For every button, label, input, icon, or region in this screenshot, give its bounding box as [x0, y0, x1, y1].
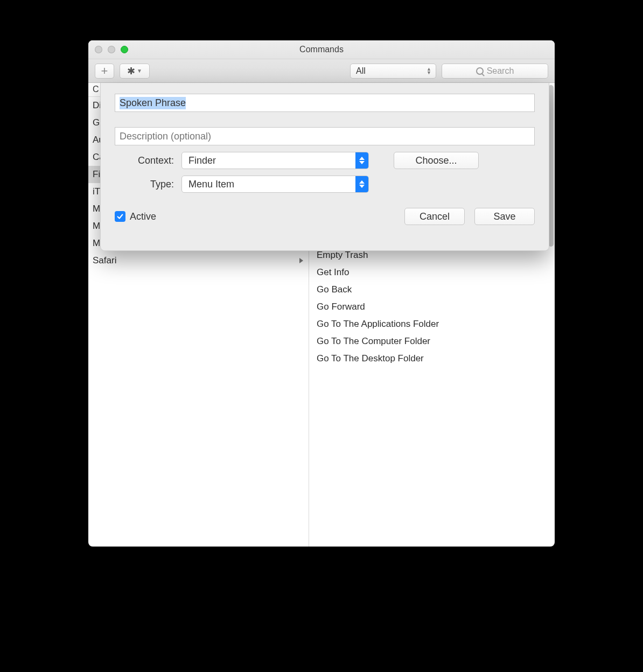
stepper-icon: ▲▼ [427, 67, 431, 75]
command-row[interactable]: Go To The Desktop Folder [309, 350, 555, 367]
toolbar: + ✱ ▼ All ▲▼ Search [88, 59, 555, 83]
active-label: Active [130, 211, 156, 222]
command-row[interactable]: Go Forward [309, 298, 555, 316]
check-icon [116, 213, 124, 220]
chevron-right-icon [299, 258, 303, 263]
search-icon [476, 67, 484, 75]
filter-select[interactable]: All ▲▼ [350, 64, 436, 79]
action-menu-button[interactable]: ✱ ▼ [120, 64, 150, 79]
chevron-down-icon: ▼ [137, 68, 142, 74]
zoom-window-button[interactable] [121, 46, 128, 53]
window-controls [95, 46, 128, 53]
type-label: Type: [115, 179, 174, 190]
category-label: Fi [93, 169, 100, 180]
window-title: Commands [88, 45, 555, 54]
search-placeholder: Search [487, 66, 514, 76]
command-row[interactable]: Go To The Applications Folder [309, 316, 555, 333]
description-input[interactable] [115, 127, 535, 145]
choose-button[interactable]: Choose... [394, 152, 479, 169]
spoken-phrase-input[interactable]: Spoken Phrase [115, 94, 535, 112]
context-select[interactable]: Finder [181, 152, 369, 169]
close-window-button[interactable] [95, 46, 102, 53]
category-row[interactable]: Safari [88, 252, 309, 269]
context-select-value: Finder [188, 155, 216, 166]
select-arrows-icon [355, 176, 368, 193]
filter-select-value: All [356, 66, 366, 76]
search-input[interactable]: Search [442, 64, 548, 79]
plus-icon: + [101, 64, 108, 78]
minimize-window-button[interactable] [108, 46, 115, 53]
spoken-phrase-value: Spoken Phrase [120, 97, 186, 109]
type-select[interactable]: Menu Item [181, 176, 369, 193]
command-row[interactable]: Go Back [309, 281, 555, 298]
active-checkbox-row: Active [115, 211, 156, 222]
category-label: M [93, 221, 100, 232]
titlebar: Commands [88, 40, 555, 59]
commands-window: Commands + ✱ ▼ All ▲▼ Search C DiGlAuCaF… [88, 40, 555, 547]
cancel-button[interactable]: Cancel [404, 208, 465, 225]
command-row[interactable]: Go To The Computer Folder [309, 333, 555, 350]
select-arrows-icon [355, 152, 368, 169]
save-button[interactable]: Save [474, 208, 535, 225]
active-checkbox[interactable] [115, 211, 125, 222]
category-label: iT [93, 186, 100, 197]
gear-icon: ✱ [127, 65, 135, 77]
context-label: Context: [115, 155, 174, 166]
edit-command-sheet: Spoken Phrase Context: Finder Choose... … [100, 83, 549, 251]
add-button[interactable]: + [95, 64, 114, 79]
type-select-value: Menu Item [188, 179, 234, 190]
category-label: Safari [93, 255, 116, 266]
category-label: M [93, 204, 100, 214]
command-row[interactable]: Get Info [309, 264, 555, 281]
